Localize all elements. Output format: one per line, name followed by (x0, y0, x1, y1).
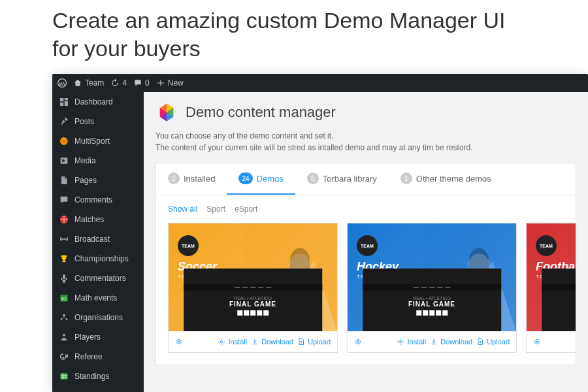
admin-bar: Team 4 0 New (52, 74, 588, 92)
whistle-icon (59, 351, 69, 362)
sidebar-item-media[interactable]: Media (52, 151, 144, 171)
sidebar-item-comments[interactable]: Comments (52, 190, 144, 210)
svg-point-8 (63, 314, 65, 317)
download-button[interactable]: Download (251, 338, 293, 346)
svg-point-32 (536, 341, 538, 343)
install-button[interactable]: Install (218, 338, 247, 346)
team-badge-icon: TEAM (357, 235, 378, 256)
download-button[interactable]: Download (430, 338, 472, 346)
demo-grid: TEAMSoccerTEAMREAL • ATLETICOFINAL GAMEI… (156, 223, 576, 365)
demo-manager-logo (155, 101, 178, 123)
site-name-link[interactable]: Team (73, 78, 104, 88)
upload-button[interactable]: Upload (297, 338, 331, 346)
svg-point-29 (400, 341, 402, 343)
demo-actions: InstallDownloadUpload (348, 331, 516, 352)
media-icon (59, 155, 69, 166)
sidebar-item-multisport[interactable]: MultiSport (52, 131, 144, 151)
manager-title: Demo content manager (186, 104, 336, 121)
sidebar-item-math-events[interactable]: Math events (52, 288, 144, 308)
eye-icon (533, 338, 541, 346)
preview-button[interactable] (175, 338, 183, 346)
download-icon (251, 338, 259, 346)
sidebar-item-label: Media (74, 156, 96, 165)
table-icon (59, 371, 69, 382)
home-icon (73, 78, 82, 88)
demo-card-hockey: TEAMHockeyTEAMREAL • ATLETICOFINAL GAMEI… (347, 223, 517, 353)
upload-icon (297, 338, 305, 346)
site-name-text: Team (85, 78, 104, 88)
sidebar-item-label: Organisations (74, 313, 123, 322)
tab-demos[interactable]: 24Demos (227, 163, 295, 195)
upload-icon (476, 338, 484, 346)
refresh-icon (110, 78, 120, 88)
install-button[interactable]: Install (397, 338, 426, 346)
svg-point-28 (357, 341, 359, 343)
eye-icon (175, 338, 183, 346)
wordpress-icon (57, 78, 67, 88)
page-icon (59, 175, 69, 186)
mic-icon (59, 273, 69, 284)
sidebar-item-label: Comments (74, 195, 112, 204)
tab-other-theme-demos[interactable]: 1Other theme demos (389, 163, 503, 195)
sidebar-item-trainers[interactable]: Trainers (52, 386, 144, 392)
sidebar-item-referee[interactable]: Referee (52, 347, 144, 367)
sidebar-item-label: Championships (74, 254, 129, 263)
sidebar-item-label: Referee (74, 352, 103, 361)
pin-icon (59, 116, 69, 127)
updates-link[interactable]: 4 (110, 78, 127, 88)
dashboard-icon (59, 97, 69, 107)
sidebar-item-pages[interactable]: Pages (52, 171, 144, 190)
admin-sidebar: DashboardPostsMultiSportMediaPagesCommen… (52, 92, 144, 392)
tab-label: Other theme demos (416, 174, 491, 184)
manager-tabs: 2Installed24Demos8Torbara library1Other … (156, 163, 576, 195)
preview-button[interactable] (533, 338, 541, 346)
player-icon (59, 332, 69, 342)
sidebar-item-dashboard[interactable]: Dashboard (52, 92, 144, 112)
wp-logo[interactable] (57, 78, 67, 88)
sidebar-item-label: MultiSport (74, 137, 110, 146)
tab-badge: 8 (307, 172, 319, 184)
tab-badge: 1 (400, 172, 412, 184)
svg-rect-4 (63, 274, 65, 279)
tab-label: Installed (184, 174, 215, 184)
main-content: Demo content manager You can choose any … (144, 92, 588, 392)
svg-rect-7 (62, 298, 63, 299)
broadcast-icon (59, 234, 69, 244)
sidebar-item-posts[interactable]: Posts (52, 112, 144, 131)
demo-card-football: TEAMFootballTEAMREAL • ATLETICOFINAL GAM… (526, 223, 576, 353)
updates-count: 4 (122, 78, 127, 88)
sidebar-item-standings[interactable]: Standings (52, 367, 144, 386)
sidebar-item-organisations[interactable]: Organisations (52, 308, 144, 327)
sidebar-item-championships[interactable]: Championships (52, 249, 144, 269)
demo-thumbnail[interactable]: TEAMFootballTEAMREAL • ATLETICOFINAL GAM… (527, 223, 576, 331)
sidebar-item-players[interactable]: Players (52, 327, 144, 347)
sidebar-item-label: Dashboard (74, 97, 113, 106)
comments-link[interactable]: 0 (133, 78, 150, 88)
filter-esport[interactable]: eSport (235, 204, 257, 214)
comment-icon (133, 78, 142, 88)
upload-button[interactable]: Upload (476, 338, 510, 346)
page-title: Create an amazing custom Demo Manager UI… (0, 0, 588, 74)
tab-installed[interactable]: 2Installed (156, 163, 227, 195)
ball-icon (59, 214, 69, 225)
filter-show-all[interactable]: Show all (168, 204, 197, 214)
new-link[interactable]: New (156, 78, 184, 88)
tab-label: Demos (257, 174, 284, 184)
filter-sport[interactable]: Sport (206, 204, 225, 214)
demo-card-soccer: TEAMSoccerTEAMREAL • ATLETICOFINAL GAMEI… (168, 223, 338, 353)
demo-thumbnail[interactable]: TEAMSoccerTEAMREAL • ATLETICOFINAL GAME (169, 223, 337, 331)
preview-button[interactable] (354, 338, 362, 346)
svg-point-11 (63, 334, 65, 336)
sidebar-item-label: Broadcast (74, 235, 110, 244)
eye-icon (354, 338, 362, 346)
demo-thumbnail[interactable]: TEAMHockeyTEAMREAL • ATLETICOFINAL GAME (348, 223, 516, 331)
tab-torbara-library[interactable]: 8Torbara library (295, 163, 389, 195)
team-badge-icon: TEAM (536, 235, 557, 256)
sidebar-item-matches[interactable]: Matches (52, 210, 144, 229)
tab-label: Torbara library (323, 174, 377, 184)
sidebar-item-label: Players (74, 333, 101, 342)
sidebar-item-broadcast[interactable]: Broadcast (52, 229, 144, 249)
wp-admin-frame: Team 4 0 New DashboardPostsMultiSportMed… (52, 74, 588, 392)
sidebar-item-commentators[interactable]: Commentators (52, 269, 144, 288)
svg-point-25 (221, 341, 223, 343)
